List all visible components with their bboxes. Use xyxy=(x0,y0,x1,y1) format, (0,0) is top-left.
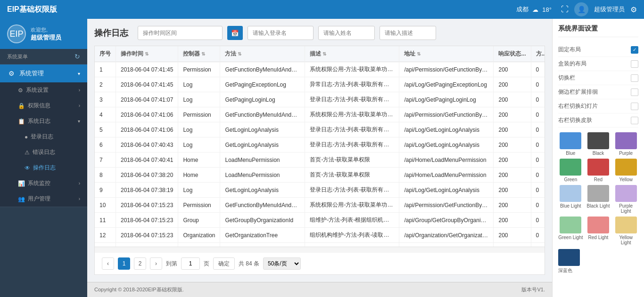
setting-label-right_toggle_skin: 右栏切换幻灯片 xyxy=(558,102,598,110)
login-name-input[interactable] xyxy=(248,26,314,40)
cell-address: /api/Home/LoadMenuPermission xyxy=(399,153,494,168)
page-goto-input[interactable] xyxy=(181,257,200,270)
col-controller[interactable]: 控制器⇅ xyxy=(178,46,220,62)
copyright: Copyright © 2018-2020EIP基础权限版. xyxy=(94,286,184,293)
fullscreen-icon[interactable]: ⛶ xyxy=(561,5,569,14)
sidebar-item-system-settings[interactable]: ⚙ 系统设置 › xyxy=(0,82,87,98)
swatch-box-blue xyxy=(560,132,581,149)
desc-input[interactable] xyxy=(380,26,436,40)
swatch-red[interactable]: Red xyxy=(586,159,611,182)
total-count: 共 84 条 xyxy=(239,260,259,268)
setting-label-fixed_layout: 固定布局 xyxy=(558,46,581,54)
col-seq: 序号 xyxy=(95,46,116,62)
cell-status: 200 xyxy=(494,183,531,198)
sidebar-item-login-log[interactable]: ● 登录日志 xyxy=(0,129,87,144)
pagination-bar: ‹ 1 2 › 到第 页 确定 共 84 条 50条/页 20条/页 100条/… xyxy=(94,253,545,275)
cell-address: /api/Log/GetPagingExceptionLog xyxy=(399,77,494,92)
swatch-blue[interactable]: Blue xyxy=(558,132,583,156)
cell-seq: 5 xyxy=(95,122,116,137)
swatch-box-purple_light xyxy=(615,185,637,202)
data-table-wrapper: 序号 操作时间⇅ 控制器⇅ 方法⇅ 描述⇅ 地址⇅ 响应状态... 方... 1… xyxy=(94,46,545,247)
cell-desc: 系统权限公用-方法-获取菜单功能... xyxy=(305,62,399,77)
col-address[interactable]: 地址⇅ xyxy=(399,46,494,62)
cell-time: 2018-06-04 07:15:23 xyxy=(116,198,178,213)
col-desc[interactable]: 描述⇅ xyxy=(305,46,399,62)
sidebar-item-permissions[interactable]: 🔒 权限信息 › xyxy=(0,98,87,113)
checkbox-right_toggle_skin[interactable] xyxy=(631,103,638,110)
data-table: 序号 操作时间⇅ 控制器⇅ 方法⇅ 描述⇅ 地址⇅ 响应状态... 方... 1… xyxy=(95,46,545,247)
checkbox-right_toggle_theme[interactable] xyxy=(631,117,638,124)
swatch-red_light[interactable]: Red Light xyxy=(586,217,611,245)
col-time[interactable]: 操作时间⇅ xyxy=(116,46,178,62)
swatch-blue_light[interactable]: Blue Light xyxy=(558,185,583,214)
cell-status: 200 xyxy=(494,168,531,183)
swatch-purple_light[interactable]: Purple Light xyxy=(613,185,638,214)
next-page-button[interactable]: › xyxy=(150,257,162,270)
cell-method: GetFunctionByMenuIdAndUserId xyxy=(220,107,305,122)
table-header: 序号 操作时间⇅ 控制器⇅ 方法⇅ 描述⇅ 地址⇅ 响应状态... 方... xyxy=(95,46,545,62)
cell-status: 200 xyxy=(494,122,531,137)
cell-extra: 0 xyxy=(531,77,545,92)
admin-name: 超级管理员 xyxy=(594,5,625,14)
swatch-box-blue_light xyxy=(560,185,581,202)
sidebar-item-system-log[interactable]: 📋 系统日志 ▾ xyxy=(0,113,87,129)
swatch-yellow_light[interactable]: Yellow Light xyxy=(613,217,638,245)
cell-status: 200 xyxy=(494,213,531,228)
sidebar-item-operation-log[interactable]: 👁 操作日志 xyxy=(0,160,87,176)
swatch-box-purple xyxy=(615,132,637,149)
swatch-black_light[interactable]: Black Light xyxy=(586,185,611,214)
swatch-yellow[interactable]: Yellow xyxy=(613,159,638,182)
cell-time: 2018-06-04 07:41:45 xyxy=(116,77,178,92)
date-range-input[interactable] xyxy=(138,26,223,40)
calendar-button[interactable]: 📅 xyxy=(227,26,243,40)
table-row: 6 2018-06-04 07:40:43 Log GetLoginLogAna… xyxy=(95,137,545,153)
checkbox-boxed_layout[interactable] xyxy=(631,60,638,68)
checkbox-fixed_layout[interactable]: ✓ xyxy=(631,46,638,54)
prev-page-button[interactable]: ‹ xyxy=(102,257,114,270)
confirm-button[interactable]: 确定 xyxy=(213,257,235,270)
swatches-grid: Blue Black Purple Green Red Yellow Blue … xyxy=(558,132,638,245)
refresh-icon[interactable]: ↻ xyxy=(74,53,80,60)
sidebar-item-user-management[interactable]: 👥 用户管理 › xyxy=(0,191,87,207)
swatch-purple[interactable]: Purple xyxy=(613,132,638,156)
sidebar-item-system-monitor[interactable]: 📊 系统监控 › xyxy=(0,176,87,191)
cell-time: 2018-06-04 07:15:06 xyxy=(116,243,178,248)
col-method[interactable]: 方法⇅ xyxy=(220,46,305,62)
deep-blue-swatch[interactable]: 深蓝色 xyxy=(558,249,638,274)
checkbox-sidebar_expand[interactable] xyxy=(631,88,638,96)
cell-controller: Group xyxy=(178,213,220,228)
cell-method: GetOrganizationTree xyxy=(220,228,305,243)
page-title: 操作日志 xyxy=(94,27,128,39)
cell-address: /api/Log/GetLoginLogAnalysis xyxy=(399,122,494,137)
name-input[interactable] xyxy=(318,26,375,40)
horizontal-scrollbar[interactable] xyxy=(94,247,545,253)
cell-method: GetGroupByOrganizationId xyxy=(220,213,305,228)
swatch-box-black xyxy=(587,132,609,149)
per-page-select[interactable]: 50条/页 20条/页 100条/页 xyxy=(263,257,301,270)
swatch-green_light[interactable]: Green Light xyxy=(558,217,583,245)
checkbox-toggle_bar[interactable] xyxy=(631,74,638,82)
sidebar-item-error-log[interactable]: ⚠ 错误日志 xyxy=(0,144,87,160)
sidebar-item-system-management[interactable]: ⚙ 系统管理 ▾ xyxy=(0,64,87,82)
settings-gear-icon[interactable]: ⚙ xyxy=(630,5,637,14)
cell-status: 200 xyxy=(494,153,531,168)
cell-address: /api/Group/GetGroupByOrganizatio... xyxy=(399,213,494,228)
swatch-green[interactable]: Green xyxy=(558,159,583,182)
settings-icon: ⚙ xyxy=(18,87,23,94)
sub-menu-system: ⚙ 系统设置 › 🔒 权限信息 › 📋 系统日志 ▾ ● 登录日志 xyxy=(0,82,87,207)
cell-desc: 异常日志-方法-列表-获取所有异常... xyxy=(305,77,399,92)
sub-menu-label: 登录日志 xyxy=(31,133,53,141)
cell-desc: 首页-方法-获取菜单权限 xyxy=(305,168,399,183)
chevron-down-icon: ▾ xyxy=(78,119,80,124)
weather-icon: ☁ xyxy=(532,6,538,13)
cell-method: GetFunctionByMenuIdAndUserId xyxy=(220,62,305,77)
cell-seq: 8 xyxy=(95,168,116,183)
user-info: 欢迎您, 超级管理员 xyxy=(31,26,61,42)
cell-extra: 0 xyxy=(531,243,545,248)
swatch-black[interactable]: Black xyxy=(586,132,611,156)
setting-label-toggle_bar: 切换栏 xyxy=(558,74,575,82)
page-2-button[interactable]: 2 xyxy=(134,257,146,270)
page-1-button[interactable]: 1 xyxy=(118,257,130,270)
table-row: 1 2018-06-04 07:41:45 Permission GetFunc… xyxy=(95,62,545,77)
cell-seq: 2 xyxy=(95,77,116,92)
